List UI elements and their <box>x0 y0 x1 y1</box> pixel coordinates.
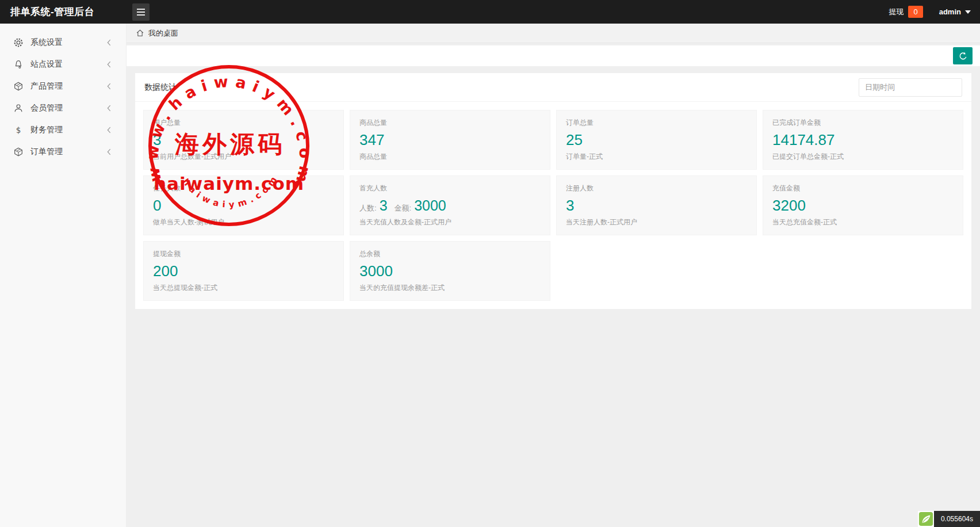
stat-value: 25 <box>566 132 747 147</box>
stat-description: 当天注册人数-正式用户 <box>566 217 747 227</box>
sidebar-item-label: 会员管理 <box>30 103 63 113</box>
chevron-left-icon <box>106 126 112 134</box>
stat-card: 任务人数 0 做单当天人数-测试用户 <box>143 175 344 235</box>
stat-description: 订单量-正式 <box>566 152 747 162</box>
stat-title: 首充人数 <box>359 184 541 193</box>
chevron-left-icon <box>106 82 112 90</box>
breadcrumb[interactable]: 我的桌面 <box>127 24 980 43</box>
stat-card: 首充人数 人数:3金额:3000 当天充值人数及金额-正式用户 <box>350 175 550 235</box>
stat-description: 做单当天人数-测试用户 <box>153 217 334 227</box>
sidebar: 系统设置 站点设置 产品管理 会员管理 $ 财务管理 订单管理 <box>0 24 127 527</box>
sidebar-item-system[interactable]: 系统设置 <box>0 32 126 54</box>
stat-title: 注册人数 <box>566 184 747 193</box>
sidebar-item-order[interactable]: 订单管理 <box>0 141 126 163</box>
refresh-button[interactable] <box>953 47 973 64</box>
stat-part-label: 人数: <box>359 204 377 212</box>
user-icon <box>13 102 24 114</box>
stat-title: 总余额 <box>359 249 541 259</box>
stats-grid: 用户总量 3 当前用户总数量-正式用户 商品总量 347 商品总量 订单总量 2… <box>135 102 971 309</box>
sidebar-item-label: 站点设置 <box>30 59 63 70</box>
stat-title: 任务人数 <box>153 184 334 193</box>
stat-value: 3 <box>566 198 747 213</box>
trace-button[interactable]: 0.055604s <box>918 511 980 527</box>
panel-header: 数据统计 <box>135 73 971 102</box>
toolbar <box>127 45 980 66</box>
stat-description: 当天总充值金额-正式 <box>772 217 954 227</box>
stat-value: 3200 <box>772 198 954 213</box>
stat-description: 当天充值人数及金额-正式用户 <box>359 217 541 227</box>
stat-card: 已完成订单金额 14174.87 已提交订单总金额-正式 <box>763 110 963 170</box>
header-right: 提现 0 admin <box>889 6 980 18</box>
sidebar-item-member[interactable]: 会员管理 <box>0 97 126 119</box>
chevron-left-icon <box>106 104 112 112</box>
chevron-left-icon <box>106 60 112 68</box>
withdraw-link[interactable]: 提现 0 <box>889 6 922 18</box>
stats-panel: 数据统计 用户总量 3 当前用户总数量-正式用户 商品总量 347 商品总量 订… <box>135 73 971 309</box>
chevron-left-icon <box>106 39 112 47</box>
stat-title: 提现金额 <box>153 249 334 259</box>
stat-description: 当天的充值提现余额差-正式 <box>359 283 541 293</box>
stat-value: 3000 <box>359 264 541 278</box>
stat-description: 当天总提现金额-正式 <box>153 283 334 293</box>
username: admin <box>939 7 961 16</box>
sidebar-item-label: 系统设置 <box>30 37 63 48</box>
caret-down-icon <box>965 10 971 14</box>
svg-text:$: $ <box>16 125 21 135</box>
gear-icon <box>13 37 24 48</box>
panel-title: 数据统计 <box>144 82 177 93</box>
sidebar-item-site[interactable]: 站点设置 <box>0 54 126 75</box>
stat-title: 已完成订单金额 <box>772 118 954 128</box>
stat-value: 347 <box>359 132 541 147</box>
refresh-icon <box>958 51 968 61</box>
stat-title: 充值金额 <box>772 184 954 193</box>
header: 排单系统-管理后台 提现 0 admin <box>0 0 980 24</box>
sidebar-item-product[interactable]: 产品管理 <box>0 75 126 97</box>
stat-description: 商品总量 <box>359 152 541 162</box>
dollar-icon: $ <box>13 124 24 136</box>
stat-title: 商品总量 <box>359 118 541 128</box>
date-time-input[interactable] <box>859 78 962 97</box>
stat-title: 订单总量 <box>566 118 747 128</box>
stat-card: 总余额 3000 当天的充值提现余额差-正式 <box>350 241 550 301</box>
sidebar-item-finance[interactable]: $ 财务管理 <box>0 119 126 141</box>
stat-card: 订单总量 25 订单量-正式 <box>556 110 757 170</box>
stat-card: 充值金额 3200 当天总充值金额-正式 <box>763 175 963 235</box>
stat-title: 用户总量 <box>153 118 334 128</box>
main-area: 我的桌面 数据统计 用户总量 3 当前用户总数量-正式用户 商品总量 347 商… <box>127 24 980 527</box>
breadcrumb-label: 我的桌面 <box>148 28 178 39</box>
stat-card: 提现金额 200 当天总提现金额-正式 <box>143 241 344 301</box>
stat-description: 当前用户总数量-正式用户 <box>153 152 334 162</box>
stat-value: 人数:3金额:3000 <box>359 198 541 213</box>
stat-part-label: 金额: <box>395 204 412 212</box>
cube-icon <box>13 81 24 92</box>
withdraw-count-badge: 0 <box>908 6 922 18</box>
leaf-icon <box>918 511 934 527</box>
stat-description: 已提交订单总金额-正式 <box>772 152 954 162</box>
trace-time: 0.055604s <box>934 511 980 527</box>
stat-value: 200 <box>153 264 334 278</box>
stat-value: 3 <box>153 132 334 147</box>
stat-part-value: 3 <box>380 198 388 213</box>
sidebar-item-label: 产品管理 <box>30 81 63 91</box>
sidebar-item-label: 订单管理 <box>30 147 63 157</box>
app-title: 排单系统-管理后台 <box>0 5 127 18</box>
user-menu[interactable]: admin <box>939 7 971 16</box>
stat-card: 商品总量 347 商品总量 <box>350 110 550 170</box>
stat-card: 注册人数 3 当天注册人数-正式用户 <box>556 175 757 235</box>
stat-value: 14174.87 <box>772 132 954 147</box>
withdraw-label: 提现 <box>889 7 904 17</box>
stat-value: 0 <box>153 198 334 213</box>
sidebar-item-label: 财务管理 <box>30 125 63 135</box>
sidebar-toggle-button[interactable] <box>132 3 150 21</box>
bell-icon <box>13 59 24 70</box>
chevron-left-icon <box>106 148 112 156</box>
stat-card: 用户总量 3 当前用户总数量-正式用户 <box>143 110 344 170</box>
stat-part-value: 3000 <box>414 198 446 213</box>
cube-icon <box>13 146 24 158</box>
home-icon <box>136 29 144 37</box>
sidebar-menu: 系统设置 站点设置 产品管理 会员管理 $ 财务管理 订单管理 <box>0 32 126 163</box>
